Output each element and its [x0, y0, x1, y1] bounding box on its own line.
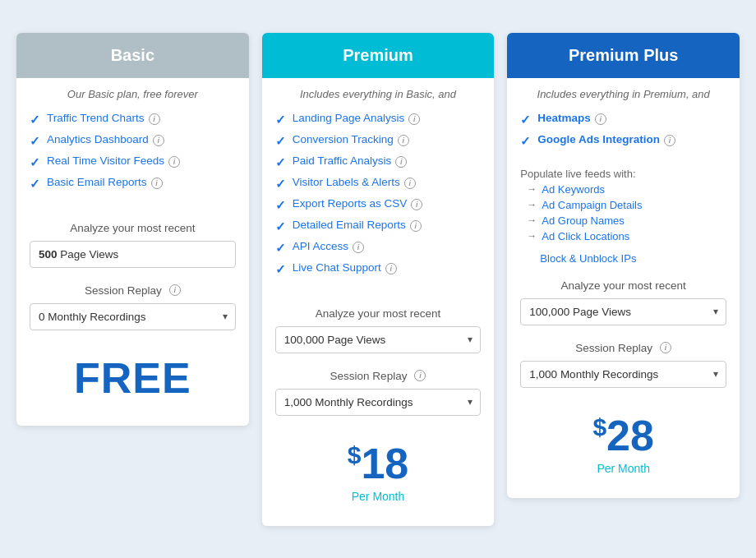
ad-items-list: →Ad Keywords→Ad Campaign Details→Ad Grou… [520, 183, 726, 249]
recordings-select[interactable]: 0 Monthly Recordings1,000 Monthly Record… [30, 303, 236, 330]
list-item: ✓Basic Email Reportsi [30, 176, 236, 191]
per-month-label: Per Month [275, 490, 482, 503]
feature-text: Paid Traffic Analysisi [293, 154, 408, 168]
arrow-icon: → [527, 199, 537, 210]
feature-text: Basic Email Reportsi [47, 176, 163, 189]
analyze-section-premium: Analyze your most recent100,000 Page Vie… [262, 293, 495, 360]
session-section-basic: Session Replayi0 Monthly Recordings1,000… [16, 274, 249, 337]
analyze-section-basic: Analyze your most recent500 Page Views [16, 207, 249, 274]
check-icon: ✓ [275, 177, 286, 191]
recordings-dropdown-wrapper: 0 Monthly Recordings1,000 Monthly Record… [30, 303, 236, 330]
info-icon[interactable]: i [385, 263, 397, 274]
page-views-select[interactable]: 100,000 Page Views500,000 Page Views1,00… [275, 326, 482, 353]
check-icon: ✓ [520, 134, 531, 149]
session-replay-label: Session Replayi [30, 284, 236, 297]
check-icon: ✓ [275, 219, 286, 234]
list-item: ✓Landing Page Analysisi [275, 112, 482, 127]
session-replay-label: Session Replayi [275, 370, 482, 382]
list-item: ✓Live Chat Supporti [275, 261, 482, 277]
info-icon[interactable]: i [149, 113, 160, 125]
pricing-container: BasicOur Basic plan, free forever✓Traffi… [16, 33, 740, 526]
analyze-label: Analyze your most recent [275, 307, 482, 320]
info-icon[interactable]: i [408, 113, 420, 125]
list-item: ✓Visitor Labels & Alertsi [275, 176, 482, 191]
info-icon[interactable]: i [398, 135, 409, 146]
session-section-premium: Session Replayi1,000 Monthly Recordings5… [262, 360, 495, 422]
price-section-basic: FREE [16, 337, 249, 409]
feature-text: Visitor Labels & Alertsi [293, 176, 416, 189]
price-section-premium: $18Per Month [262, 422, 495, 510]
list-item: →Ad Campaign Details [527, 199, 726, 211]
page-views-dropdown-wrapper: 500 Page Views [30, 241, 236, 268]
list-item: →Ad Group Names [527, 214, 726, 227]
plan-card-premium: PremiumIncludes everything in Basic, and… [262, 33, 495, 526]
page-views-select[interactable]: 100,000 Page Views500,000 Page Views1,00… [520, 298, 726, 325]
check-icon: ✓ [275, 155, 286, 170]
dollar-sign: $ [348, 440, 362, 468]
ad-item-text: Ad Click Locations [542, 230, 629, 242]
check-icon: ✓ [30, 155, 40, 170]
arrow-icon: → [527, 214, 537, 226]
session-replay-text: Session Replay [330, 370, 408, 382]
features-list-basic: ✓Traffic Trend Chartsi✓Analytics Dashboa… [16, 107, 249, 207]
check-icon: ✓ [275, 262, 286, 277]
plan-subtitle-basic: Our Basic plan, free forever [16, 78, 249, 107]
check-icon: ✓ [275, 113, 286, 127]
plan-subtitle-premium-plus: Includes everything in Premium, and [507, 78, 740, 107]
info-icon[interactable]: i [404, 178, 416, 189]
price-amount: $28 [520, 411, 726, 460]
populate-label: Populate live feeds with: [520, 168, 726, 180]
info-icon[interactable]: i [153, 135, 164, 146]
list-item: ✓Paid Traffic Analysisi [275, 154, 482, 170]
check-icon: ✓ [520, 113, 531, 127]
check-icon: ✓ [275, 134, 286, 149]
dollar-sign: $ [592, 413, 606, 440]
page-views-dropdown-wrapper: 100,000 Page Views500,000 Page Views1,00… [275, 326, 482, 353]
session-replay-label: Session Replayi [520, 342, 726, 354]
info-icon[interactable]: i [353, 242, 364, 253]
ad-item-text: Ad Keywords [542, 183, 605, 196]
check-icon: ✓ [30, 134, 40, 149]
list-item: ✓Analytics Dashboardi [30, 133, 236, 149]
ad-item-text: Ad Campaign Details [542, 199, 642, 211]
recordings-select[interactable]: 1,000 Monthly Recordings5,000 Monthly Re… [520, 361, 726, 388]
info-icon[interactable]: i [664, 135, 675, 146]
google-ads-subsection: Populate live feeds with:→Ad Keywords→Ad… [507, 164, 740, 265]
price-free: FREE [30, 353, 236, 403]
feature-text: Traffic Trend Chartsi [47, 112, 160, 125]
session-replay-text: Session Replay [85, 284, 162, 297]
list-item: ✓Heatmapsi [520, 112, 726, 127]
block-unblock-text: Block & Unblock IPs [520, 249, 726, 265]
session-section-premium-plus: Session Replayi1,000 Monthly Recordings5… [507, 332, 740, 394]
arrow-icon: → [527, 183, 537, 195]
list-item: ✓Conversion Trackingi [275, 133, 482, 149]
list-item: ✓Export Reports as CSVi [275, 197, 482, 213]
check-icon: ✓ [30, 113, 40, 127]
list-item: ✓API Accessi [275, 240, 482, 256]
info-icon[interactable]: i [411, 199, 422, 210]
feature-text: Landing Page Analysisi [293, 112, 421, 125]
feature-text: Detailed Email Reportsi [293, 219, 422, 232]
plan-header-premium: Premium [262, 33, 495, 78]
recordings-select[interactable]: 1,000 Monthly Recordings5,000 Monthly Re… [275, 389, 482, 416]
page-views-static: 500 Page Views [30, 241, 236, 268]
info-icon[interactable]: i [595, 113, 606, 125]
session-info-icon[interactable]: i [169, 284, 181, 296]
feature-text: Heatmapsi [537, 112, 606, 125]
list-item: ✓Real Time Visitor Feedsi [30, 154, 236, 170]
info-icon[interactable]: i [410, 220, 422, 232]
session-info-icon[interactable]: i [414, 370, 426, 381]
list-item: ✓Google Ads Integrationi [520, 133, 726, 149]
feature-text: API Accessi [293, 240, 364, 253]
plan-card-basic: BasicOur Basic plan, free forever✓Traffi… [16, 33, 249, 426]
info-icon[interactable]: i [395, 156, 407, 168]
analyze-label: Analyze your most recent [520, 279, 726, 292]
list-item: ✓Traffic Trend Chartsi [30, 112, 236, 127]
arrow-icon: → [527, 230, 537, 242]
feature-text: Google Ads Integrationi [537, 133, 675, 146]
info-icon[interactable]: i [151, 178, 163, 189]
info-icon[interactable]: i [168, 156, 180, 168]
session-info-icon[interactable]: i [660, 342, 671, 353]
price-amount: $18 [275, 439, 482, 488]
check-icon: ✓ [30, 177, 40, 191]
